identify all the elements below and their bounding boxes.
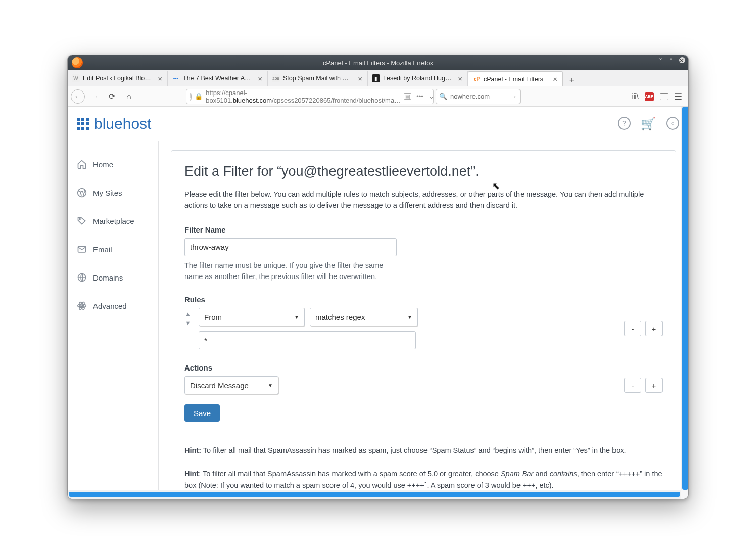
close-icon[interactable]: × [552,75,558,83]
sidebar: Home My Sites Marketplace Email [68,141,159,490]
url-bar[interactable]: i 🔒 https://cpanel-box5101.bluehost.com/… [186,89,434,104]
sidebar-toggle-icon[interactable] [660,93,668,100]
abp-icon[interactable]: ABP [645,92,654,101]
filter-name-section: Filter Name The filter name must be uniq… [184,225,663,283]
close-icon[interactable]: × [457,74,463,83]
filter-name-label: Filter Name [184,225,663,234]
favicon-icon: 256 [272,74,280,82]
rules-section: Rules ▲ ▼ From [184,295,663,349]
window-title: cPanel - Email Filters - Mozilla Firefox [323,59,433,67]
reorder-handle[interactable]: ▲ ▼ [184,308,192,326]
navigation-bar: ← → ⟳ ⌂ i 🔒 https://cpanel-box5101.blueh… [68,86,688,107]
url-text: https://cpanel-box5101.bluehost.com/cpse… [206,89,401,104]
page-actions-icon[interactable]: ••• [416,93,423,100]
go-icon[interactable]: → [510,93,517,100]
close-icon[interactable]: × [157,74,163,83]
bluehost-header: bluehost ? 🛒 ○ [68,107,688,141]
home-icon [77,159,87,169]
cpanel-icon: cP [472,75,481,83]
account-icon[interactable]: ○ [666,117,679,130]
site-info-icon[interactable]: i [190,93,192,101]
chevron-up-icon[interactable]: ▲ [185,311,191,317]
main-content: Edit a Filter for “you@thegreatestlieeve… [159,141,688,490]
menu-icon[interactable]: ☰ [674,91,682,102]
svg-point-0 [78,189,86,197]
close-icon[interactable]: × [357,74,363,83]
caret-down-icon: ▼ [407,314,412,320]
tab-lesedi[interactable]: ▮ Lesedi by Roland Hughes × [368,71,468,86]
filter-name-help: The filter name must be unique. If you g… [184,260,397,283]
sidebar-item-label: My Sites [93,189,122,197]
tab-strip: W Edit Post ‹ Logikal Blog — W… × ••• Th… [68,70,688,86]
filter-name-input[interactable] [184,238,397,256]
bluehost-logo[interactable]: bluehost [77,115,151,132]
horizontal-scrollbar[interactable] [68,490,681,499]
rules-label: Rules [184,295,663,304]
sidebar-item-domains[interactable]: Domains [68,263,158,292]
add-action-button[interactable]: + [645,378,663,393]
page-lead: Please edit the filter below. You can ad… [184,189,663,211]
caret-down-icon: ▼ [268,383,273,388]
reader-mode-icon[interactable]: ▤ [404,93,411,100]
sidebar-item-label: Home [93,160,113,169]
sidebar-item-label: Advanced [93,302,127,310]
hint-label: Hint [184,470,199,478]
window-maximize-icon[interactable]: ˄ [669,57,675,63]
remove-rule-button[interactable]: - [624,321,641,336]
page-viewport: bluehost ? 🛒 ○ Home My Sit [68,107,688,490]
sidebar-item-email[interactable]: Email [68,235,158,263]
brand-name: bluehost [94,115,151,132]
filter-panel: Edit a Filter for “you@thegreatestlieeve… [171,150,676,490]
favicon-icon: ▮ [372,74,380,82]
hint-label: Hint: [184,446,201,454]
search-box[interactable]: 🔍 nowhere.com → [436,89,521,104]
vertical-scroll-thumb[interactable] [682,107,688,490]
hints: Hint: To filter all mail that SpamAssass… [184,445,663,490]
window-close-icon[interactable]: ✕ [679,57,685,63]
back-button[interactable]: ← [71,89,85,104]
page-title: Edit a Filter for “you@thegreatestlieeve… [184,164,663,179]
wordpress-icon [77,188,87,198]
sidebar-item-label: Domains [93,273,123,282]
new-tab-button[interactable]: + [563,75,580,86]
sidebar-item-label: Marketplace [93,217,134,225]
svg-point-4 [81,305,82,306]
sidebar-item-my-sites[interactable]: My Sites [68,178,158,207]
home-button[interactable]: ⌂ [121,89,136,104]
atom-icon [77,301,87,311]
library-icon[interactable]: ⅲ\ [632,91,639,101]
cart-icon[interactable]: 🛒 [641,117,656,131]
rule-field-select[interactable]: From ▼ [199,308,305,326]
sidebar-item-label: Email [93,245,112,254]
add-rule-button[interactable]: + [645,321,663,336]
forward-button[interactable]: → [87,89,102,104]
vertical-scrollbar[interactable] [681,107,688,490]
search-icon: 🔍 [439,93,447,100]
save-button[interactable]: Save [184,404,220,422]
mail-icon [77,244,87,254]
reload-button[interactable]: ⟳ [104,89,119,104]
rule-value-input[interactable] [199,331,416,349]
rule-operator-select[interactable]: matches regex ▼ [310,308,418,326]
action-select[interactable]: Discard Message ▼ [184,376,278,394]
caret-down-icon: ▼ [294,314,299,320]
window-minimize-icon[interactable]: ˅ [659,57,665,63]
tab-stop-spam[interactable]: 256 Stop Spam Mail with MailNu… × [268,71,368,86]
actions-section: Actions Discard Message ▼ - + [184,363,663,394]
lock-icon: 🔒 [195,93,203,100]
search-value: nowhere.com [450,93,490,100]
sidebar-item-marketplace[interactable]: Marketplace [68,207,158,235]
chevron-down-icon[interactable]: ▼ [185,320,191,326]
close-icon[interactable]: × [257,74,263,83]
sidebar-item-advanced[interactable]: Advanced [68,292,158,320]
help-icon[interactable]: ? [618,117,631,130]
sidebar-item-home[interactable]: Home [68,150,158,178]
waffle-icon [77,118,89,130]
tab-cpanel-email-filters[interactable]: cP cPanel - Email Filters × [468,71,563,86]
remove-action-button[interactable]: - [624,378,641,393]
pocket-icon[interactable]: ⌄ [429,93,434,100]
tab-weather-apps[interactable]: ••• The 7 Best Weather Apps Fo… × [168,71,268,86]
horizontal-scroll-thumb[interactable] [69,492,680,497]
tab-edit-post[interactable]: W Edit Post ‹ Logikal Blog — W… × [68,71,168,86]
wordpress-icon: W [72,74,80,82]
